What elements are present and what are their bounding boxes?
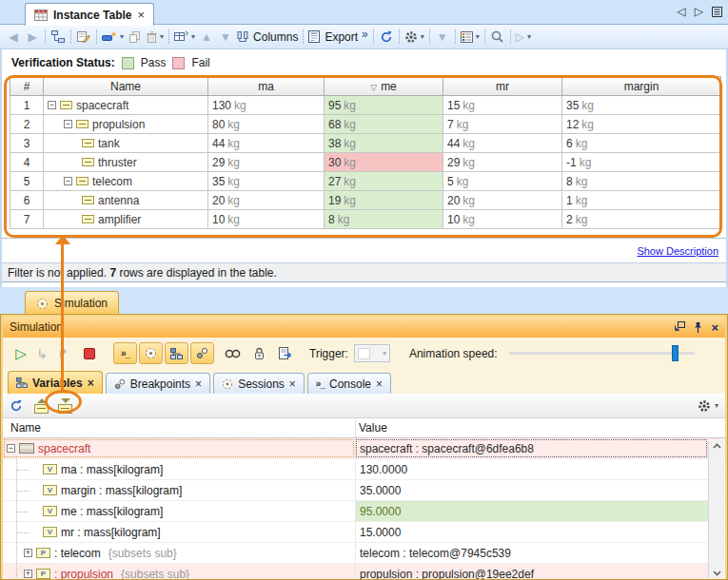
table-row[interactable]: 1 −spacecraft 130kg 95kg 15kg 35kg <box>10 96 721 115</box>
search-button[interactable] <box>488 27 507 48</box>
table-row[interactable]: 5 −telecom 35kg 27kg 5kg 8kg <box>10 172 721 191</box>
table-row[interactable]: 7 amplifier 10kg 8kg 10kg 2kg <box>10 210 721 229</box>
view-options-button[interactable]: ▾ <box>459 27 482 48</box>
column-header-me[interactable]: ▽me <box>325 77 443 96</box>
tab-simulation[interactable]: Simulation <box>25 291 119 315</box>
table-display-mode-button[interactable]: ▾ <box>172 27 197 48</box>
variable-row[interactable]: +P: propulsion{subsets sub} propulsion :… <box>3 564 725 580</box>
delete-button[interactable]: ▾ <box>145 27 166 48</box>
collapse-icon[interactable]: − <box>7 444 15 453</box>
toggle-console-button[interactable]: »_ <box>113 342 137 364</box>
collapse-icon[interactable]: − <box>48 101 56 109</box>
tab-close-icon[interactable]: × <box>137 10 145 20</box>
tab-instance-table[interactable]: Instance Table × <box>25 3 154 26</box>
refresh-button[interactable] <box>377 27 396 48</box>
move-up-button[interactable]: ▲ <box>197 27 216 48</box>
variable-row[interactable]: Vme : mass[kilogram] 95.0000 <box>3 501 725 522</box>
column-header-name[interactable]: Name <box>10 421 41 435</box>
tab-breakpoints[interactable]: Breakpoints × <box>106 373 210 394</box>
variable-row[interactable]: +P: telecom{subsets sub} telecom : telec… <box>3 543 725 564</box>
me-cell-pass[interactable]: 8kg <box>325 210 443 229</box>
scroll-up-icon[interactable] <box>713 443 721 449</box>
table-row[interactable]: 6 antenna 20kg 19kg 20kg 1kg <box>10 191 721 210</box>
me-cell-pass[interactable]: 68kg <box>325 115 443 134</box>
copy-button[interactable] <box>126 27 145 48</box>
forward-button[interactable]: ▶ <box>23 27 42 48</box>
scroll-tabs-left-icon[interactable]: ◁ <box>678 5 686 18</box>
tab-close-icon[interactable]: × <box>289 379 296 389</box>
me-cell-pass[interactable]: 38kg <box>325 134 443 153</box>
expand-icon[interactable]: + <box>24 570 32 578</box>
column-divider[interactable] <box>355 418 356 437</box>
play-button[interactable]: ▷ <box>10 342 31 365</box>
table-row[interactable]: 4 thruster 29kg 30kg 29kg -1kg <box>10 153 721 172</box>
me-cell-pass[interactable]: 19kg <box>325 191 443 210</box>
chevron-down-icon: ▾ <box>383 349 386 358</box>
tree-connector <box>16 543 20 563</box>
back-button[interactable]: ◀ <box>4 27 23 48</box>
tab-close-icon[interactable]: × <box>195 379 202 389</box>
pass-value[interactable]: 95.0000 <box>355 501 708 521</box>
animation-speed-slider[interactable] <box>509 352 695 355</box>
me-cell-pass[interactable]: 27kg <box>325 172 443 191</box>
slider-handle[interactable] <box>672 345 679 361</box>
toggle-variables-button[interactable] <box>165 342 188 364</box>
me-cell-fail[interactable]: 30kg <box>325 153 443 172</box>
gear-icon[interactable] <box>698 399 711 413</box>
tab-sessions[interactable]: Sessions × <box>213 373 305 394</box>
me-cell-pass[interactable]: 95kg <box>325 96 443 115</box>
show-description-link[interactable]: Show Description <box>637 245 718 257</box>
column-header-ma[interactable]: ma <box>208 77 325 96</box>
stop-button[interactable] <box>79 342 100 365</box>
export-button[interactable]: Export <box>306 27 360 48</box>
pin-icon[interactable] <box>693 321 703 334</box>
move-down-button[interactable]: ▼ <box>216 27 235 48</box>
scroll-down-icon[interactable] <box>713 570 721 576</box>
variable-row[interactable]: Vmargin : mass[kilogram] 35.0000 <box>3 480 725 501</box>
tab-variables[interactable]: Variables × <box>8 371 103 394</box>
collapse-icon[interactable]: − <box>64 177 72 185</box>
export-log-button[interactable] <box>275 342 296 365</box>
filter-button[interactable]: ▼ <box>433 27 452 48</box>
variable-row[interactable]: Vmr : mass[kilogram] 15.0000 <box>3 522 725 543</box>
export-value-to-instance-icon[interactable] <box>34 404 49 414</box>
tab-list-icon[interactable] <box>712 7 722 17</box>
lock-button[interactable] <box>248 342 269 365</box>
move-up-icon: ▲ <box>201 31 212 43</box>
create-instance-button[interactable]: ▾ <box>100 27 126 48</box>
float-window-icon[interactable] <box>674 321 685 333</box>
refresh-variables-button[interactable] <box>10 399 23 413</box>
column-header-num[interactable]: # <box>10 77 44 96</box>
step-into-button[interactable]: ↳ <box>31 342 52 365</box>
column-header-mr[interactable]: mr <box>443 77 562 96</box>
columns-button[interactable]: Columns <box>235 27 300 48</box>
edit-specification-button[interactable] <box>74 27 93 48</box>
column-header-value[interactable]: Value <box>359 421 387 435</box>
watch-button[interactable] <box>222 342 243 365</box>
containment-tree-button[interactable] <box>49 27 68 48</box>
variable-row[interactable]: Vma : mass[kilogram] 130.0000 <box>3 459 725 480</box>
scroll-tabs-right-icon[interactable]: ▷ <box>695 5 703 18</box>
tab-console[interactable]: »_ Console × <box>307 373 391 394</box>
tab-close-icon[interactable]: × <box>376 379 383 389</box>
variable-row[interactable]: −spacecraft spacecraft : spacecraft@6dfe… <box>3 438 725 459</box>
trigger-select[interactable]: ▾ <box>354 344 390 362</box>
toggle-sessions-button[interactable] <box>139 342 163 364</box>
column-header-margin[interactable]: margin <box>562 77 721 96</box>
collapse-icon[interactable]: − <box>64 120 72 128</box>
table-options-button[interactable]: ▾ <box>403 27 426 48</box>
table-row[interactable]: 2 −propulsion 80kg 68kg 7kg 12kg <box>10 115 721 134</box>
tab-close-icon[interactable]: × <box>88 378 94 388</box>
export-value-change-to-instance-icon[interactable] <box>58 404 72 414</box>
column-header-name[interactable]: Name <box>44 77 208 96</box>
chevron-down-icon[interactable]: ▾ <box>715 401 718 410</box>
run-button[interactable]: ▷ ▾ <box>514 27 533 48</box>
toolbar-overflow-icon[interactable]: » <box>362 28 368 41</box>
close-panel-icon[interactable]: × <box>711 322 718 333</box>
vertical-scrollbar[interactable] <box>708 441 724 578</box>
table-row[interactable]: 3 tank 44kg 38kg 44kg 6kg <box>10 134 721 153</box>
expand-icon[interactable]: + <box>24 549 32 557</box>
value-property-icon: V <box>43 485 57 495</box>
step-over-button[interactable]: ↱ <box>52 342 73 365</box>
toggle-breakpoints-button[interactable] <box>190 342 214 364</box>
